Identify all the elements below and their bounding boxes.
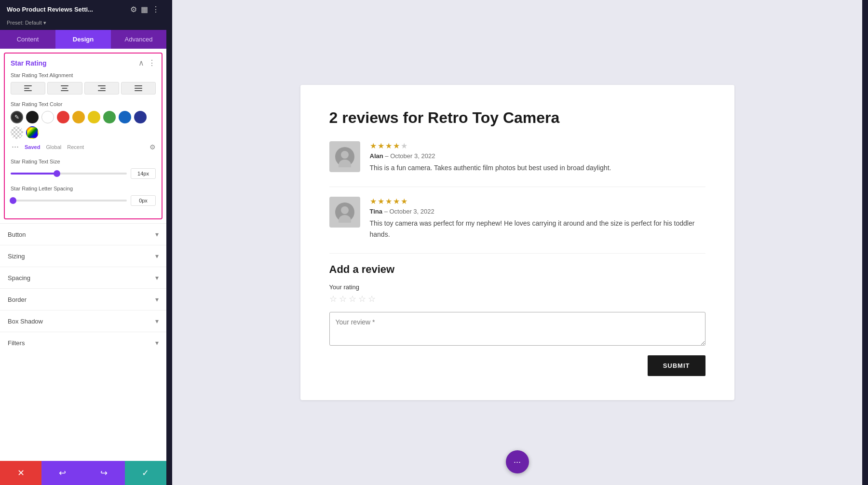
section-border-label: Border xyxy=(8,296,27,303)
section-filters-label: Filters xyxy=(8,339,25,347)
undo-button[interactable]: ↩ xyxy=(41,461,83,485)
color-red[interactable] xyxy=(57,111,69,123)
reviewer-meta-1: Alan – October 3, 2022 xyxy=(370,152,705,160)
submit-row: SUBMIT xyxy=(329,355,705,376)
svg-rect-4 xyxy=(62,88,68,89)
color-swatch-row: ✎ xyxy=(11,111,156,139)
close-button[interactable]: ✕ xyxy=(0,461,41,485)
align-left-button[interactable] xyxy=(11,82,45,94)
collapse-icon[interactable]: ∧ xyxy=(138,58,144,67)
section-border[interactable]: Border ▾ xyxy=(0,288,166,310)
rating-star-4[interactable]: ☆ xyxy=(358,294,366,304)
letter-spacing-slider-row: 0px xyxy=(11,195,156,206)
size-slider-row: 14px xyxy=(11,168,156,179)
color-blue[interactable] xyxy=(119,111,131,123)
reviewer-avatar-2 xyxy=(329,197,360,228)
letter-spacing-label: Star Rating Letter Spacing xyxy=(11,186,156,191)
review-textarea[interactable] xyxy=(329,312,705,346)
color-tab-saved[interactable]: Saved xyxy=(25,144,40,150)
star-rating-section: Star Rating ∧ ⋮ Star Rating Text Alignme… xyxy=(4,53,163,219)
redo-button[interactable]: ↪ xyxy=(83,461,125,485)
color-green[interactable] xyxy=(103,111,116,123)
more-icon[interactable]: ⋮ xyxy=(152,5,160,14)
reviewer-name-1: Alan xyxy=(370,152,383,160)
section-sizing-label: Sizing xyxy=(8,253,25,260)
rating-star-1[interactable]: ☆ xyxy=(329,294,337,304)
align-center-button[interactable] xyxy=(47,82,82,94)
fab-button[interactable]: ··· xyxy=(506,450,529,473)
tab-design[interactable]: Design xyxy=(55,30,111,49)
svg-rect-7 xyxy=(100,88,106,89)
align-justify-button[interactable] xyxy=(121,82,156,94)
add-review-title: Add a review xyxy=(329,263,705,276)
color-yellow[interactable] xyxy=(88,111,100,123)
color-tabs-row: ··· Saved Global Recent ⚙ xyxy=(11,142,156,152)
star-1-1: ★ xyxy=(370,141,377,150)
chevron-box-shadow: ▾ xyxy=(155,317,159,325)
tab-advanced[interactable]: Advanced xyxy=(111,30,166,49)
submit-button[interactable]: SUBMIT xyxy=(648,355,705,376)
alignment-label: Star Rating Text Alignment xyxy=(11,72,156,78)
color-orange[interactable] xyxy=(72,111,85,123)
alignment-buttons xyxy=(11,82,156,94)
content-area: 2 reviews for Retro Toy Camera ★ ★ ★ ★ ★… xyxy=(166,0,868,485)
size-slider-track[interactable] xyxy=(11,173,127,175)
section-sizing[interactable]: Sizing ▾ xyxy=(0,245,166,267)
chevron-border: ▾ xyxy=(155,296,159,303)
rating-star-3[interactable]: ☆ xyxy=(349,294,356,304)
color-white[interactable] xyxy=(41,111,54,123)
color-dots[interactable]: ··· xyxy=(12,142,19,152)
save-button[interactable]: ✓ xyxy=(125,461,166,485)
section-menu-icon[interactable]: ⋮ xyxy=(148,58,156,67)
section-filters[interactable]: Filters ▾ xyxy=(0,332,166,353)
color-black[interactable] xyxy=(26,111,39,123)
star-1-4: ★ xyxy=(393,141,400,150)
section-spacing[interactable]: Spacing ▾ xyxy=(0,267,166,288)
svg-rect-9 xyxy=(135,85,142,86)
reviewer-meta-2: Tina – October 3, 2022 xyxy=(370,208,705,215)
chevron-filters: ▾ xyxy=(155,339,159,347)
app-title: Woo Product Reviews Setti... xyxy=(7,6,93,13)
avatar-icon-1 xyxy=(335,147,354,166)
align-right-button[interactable] xyxy=(84,82,119,94)
sidebar-header-left: Woo Product Reviews Setti... xyxy=(7,6,93,13)
star-1-5: ★ xyxy=(401,141,407,150)
star-rating-header: Star Rating ∧ ⋮ xyxy=(5,54,162,72)
letter-spacing-thumb[interactable] xyxy=(10,197,16,204)
layout-icon[interactable]: ▦ xyxy=(141,5,148,14)
size-slider-thumb[interactable] xyxy=(54,170,60,177)
divider-1 xyxy=(329,187,705,187)
letter-spacing-slider-track[interactable] xyxy=(11,200,127,202)
letter-spacing-value[interactable]: 0px xyxy=(131,195,156,206)
section-box-shadow[interactable]: Box Shadow ▾ xyxy=(0,310,166,332)
reviewer-date-2: – October 3, 2022 xyxy=(384,208,434,215)
rating-stars-input: ☆ ☆ ☆ ☆ ☆ xyxy=(329,294,705,304)
review-text-2: This toy camera was perfect for my nephe… xyxy=(370,218,705,240)
star-2-4: ★ xyxy=(393,197,400,206)
svg-rect-8 xyxy=(98,90,106,91)
color-dark-blue[interactable] xyxy=(134,111,147,123)
sidebar-content: Star Rating ∧ ⋮ Star Rating Text Alignme… xyxy=(0,49,166,461)
tab-content[interactable]: Content xyxy=(0,30,55,49)
eyedropper-swatch[interactable]: ✎ xyxy=(11,111,23,123)
left-bar xyxy=(166,0,172,485)
preset-label[interactable]: Preset: Default ▾ xyxy=(0,19,166,30)
color-gear-icon[interactable]: ⚙ xyxy=(149,143,156,151)
size-slider-value[interactable]: 14px xyxy=(131,168,156,179)
rating-star-5[interactable]: ☆ xyxy=(368,294,376,304)
svg-rect-1 xyxy=(24,88,29,89)
star-1-2: ★ xyxy=(378,141,384,150)
color-tab-global[interactable]: Global xyxy=(46,144,61,150)
settings-icon[interactable]: ⚙ xyxy=(130,5,137,14)
color-transparent[interactable] xyxy=(11,126,23,139)
star-1-3: ★ xyxy=(385,141,392,150)
color-tab-recent[interactable]: Recent xyxy=(67,144,84,150)
sidebar-header-icons: ⚙ ▦ ⋮ xyxy=(130,5,160,14)
star-2-1: ★ xyxy=(370,197,377,206)
section-button[interactable]: Button ▾ xyxy=(0,223,166,245)
color-custom[interactable] xyxy=(26,126,39,139)
svg-rect-3 xyxy=(61,85,68,86)
rating-star-2[interactable]: ☆ xyxy=(339,294,347,304)
color-label: Star Rating Text Color xyxy=(11,101,156,107)
avatar-icon-2 xyxy=(335,202,354,222)
